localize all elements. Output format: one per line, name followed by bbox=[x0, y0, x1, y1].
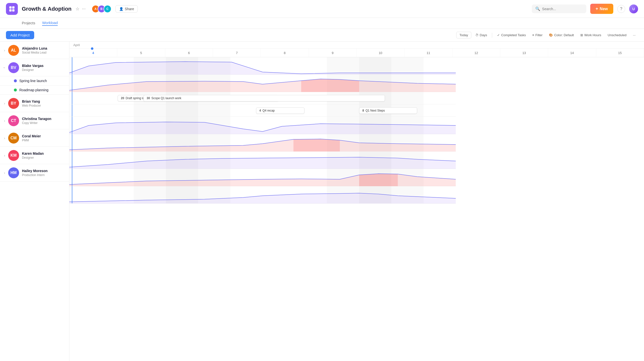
avatar-coral: CM bbox=[8, 133, 19, 144]
new-label: New bbox=[600, 7, 608, 11]
day-num-4: 4 bbox=[92, 51, 94, 55]
toolbar: Add Project Today ⏱ Days ✓ Completed Tas… bbox=[0, 29, 644, 42]
day-cell-15: 15 bbox=[596, 49, 644, 57]
person-name-alejandro: Alejandro Luna bbox=[22, 46, 65, 50]
share-label: Share bbox=[125, 7, 134, 11]
help-button[interactable]: ? bbox=[617, 5, 625, 13]
person-info-blake: Blake Vargas Designer bbox=[22, 64, 65, 72]
date-header: April 4 5 6 7 8 9 10 11 12 13 bbox=[69, 42, 644, 57]
unscheduled-button[interactable]: Unscheduled bbox=[605, 32, 629, 38]
person-role-brian: Web Producer bbox=[22, 104, 65, 107]
chevron-icon-blake: › bbox=[2, 67, 6, 68]
avatar-blake: BV bbox=[8, 62, 19, 73]
task-chip[interactable]: 30 Scope Q1 launch work bbox=[144, 95, 385, 101]
day-cell-6: 6 bbox=[165, 49, 213, 57]
tab-projects[interactable]: Projects bbox=[22, 21, 35, 26]
chevron-icon-hailey: › bbox=[4, 171, 5, 175]
search-input[interactable] bbox=[542, 7, 582, 11]
search-icon: 🔍 bbox=[535, 7, 540, 11]
project-spring-line-launch[interactable]: Spring line launch bbox=[0, 76, 69, 86]
day-cell-9: 9 bbox=[309, 49, 357, 57]
new-button[interactable]: + New bbox=[590, 4, 613, 14]
color-icon: 🎨 bbox=[549, 33, 553, 37]
days-label: Days bbox=[480, 33, 487, 37]
chevron-icon: › bbox=[4, 48, 5, 52]
person-info-alejandro: Alejandro Luna Social Media Lead bbox=[22, 46, 65, 54]
day-num-9: 9 bbox=[332, 51, 334, 55]
person-info-christina: Christina Taragon Copy Writer bbox=[22, 117, 65, 125]
gantt-inner: April 4 5 6 7 8 9 10 11 12 13 bbox=[69, 42, 644, 204]
person-role-hailey: Production Intern bbox=[22, 173, 65, 177]
filter-button[interactable]: ≡ Filter bbox=[530, 32, 545, 38]
gantt-row-6 bbox=[69, 152, 456, 169]
svg-rect-3 bbox=[12, 9, 14, 12]
add-project-button[interactable]: Add Project bbox=[6, 31, 34, 39]
user-avatar[interactable]: U bbox=[629, 5, 638, 14]
toolbar-left: Add Project bbox=[6, 31, 75, 39]
avatar-3: C bbox=[104, 5, 112, 13]
person-alejandro-luna[interactable]: › AL Alejandro Luna Social Media Lead bbox=[0, 42, 69, 59]
person-christina-taragon[interactable]: › CT Christina Taragon Copy Writer bbox=[0, 112, 69, 129]
task-chip[interactable]: 4 Q4 recap bbox=[256, 107, 304, 114]
chevron-icon-christina: › bbox=[4, 119, 5, 123]
completed-tasks-button[interactable]: ✓ Completed Tasks bbox=[495, 32, 528, 38]
nav-tabs: Projects Workload bbox=[0, 18, 644, 29]
person-role-karen: Designer bbox=[22, 156, 65, 159]
person-name-coral: Coral Meier bbox=[22, 134, 65, 138]
search-bar: 🔍 bbox=[532, 5, 586, 13]
day-num-10: 10 bbox=[379, 51, 382, 55]
project-name-roadmap: Roadmap planning bbox=[19, 88, 48, 92]
day-num-5: 5 bbox=[140, 51, 142, 55]
task-chip[interactable]: 8 Q1 Next Steps bbox=[359, 107, 417, 114]
chevron-icon-karen: › bbox=[4, 153, 5, 157]
day-cell-12: 12 bbox=[452, 49, 500, 57]
filter-label: Filter bbox=[536, 33, 543, 37]
gantt-row-4 bbox=[69, 117, 456, 134]
day-num-14: 14 bbox=[570, 51, 574, 55]
person-coral-meier[interactable]: › CM Coral Meier PMM bbox=[0, 129, 69, 147]
person-brian-yang[interactable]: › BY Brian Yang Web Producer bbox=[0, 95, 69, 112]
share-icon: 👤 bbox=[119, 7, 123, 11]
svg-rect-2 bbox=[10, 9, 12, 12]
divider-1 bbox=[492, 33, 492, 38]
person-info-hailey: Hailey Moreson Production Intern bbox=[22, 169, 65, 177]
day-cell-13: 13 bbox=[500, 49, 548, 57]
gantt-row-2: 20 Draft spring launch spec 30 Scope Q1 … bbox=[69, 92, 456, 104]
day-cell-14: 14 bbox=[548, 49, 596, 57]
share-button[interactable]: 👤 Share bbox=[116, 5, 138, 13]
person-name-blake: Blake Vargas bbox=[22, 64, 65, 68]
avatar-hailey: HM bbox=[8, 167, 19, 178]
gantt-area: April 4 5 6 7 8 9 10 11 12 13 bbox=[69, 42, 644, 361]
person-name-hailey: Hailey Moreson bbox=[22, 169, 65, 173]
day-cell-8: 8 bbox=[261, 49, 308, 57]
tab-workload[interactable]: Workload bbox=[42, 21, 58, 26]
day-cell-4: 4 bbox=[69, 49, 117, 57]
day-num-15: 15 bbox=[618, 51, 622, 55]
header-icons: ☆ ··· bbox=[76, 6, 86, 12]
toolbar-right: Today ⏱ Days ✓ Completed Tasks ≡ Filter … bbox=[456, 32, 638, 39]
person-role-coral: PMM bbox=[22, 139, 65, 142]
person-name-christina: Christina Taragon bbox=[22, 117, 65, 121]
day-num-7: 7 bbox=[236, 51, 238, 55]
gantt-row-3: 4 Q4 recap 8 Q1 Next Steps bbox=[69, 104, 456, 117]
toolbar-more-button[interactable]: ··· bbox=[630, 32, 638, 38]
project-roadmap-planning[interactable]: Roadmap planning bbox=[0, 86, 69, 95]
days-row: 4 5 6 7 8 9 10 11 12 13 14 15 bbox=[69, 49, 644, 57]
today-button[interactable]: Today bbox=[456, 32, 471, 39]
plus-icon: + bbox=[596, 6, 598, 12]
avatar-alejandro: AL bbox=[8, 45, 19, 56]
day-cell-5: 5 bbox=[117, 49, 165, 57]
more-icon[interactable]: ··· bbox=[82, 6, 86, 12]
color-button[interactable]: 🎨 Color: Default bbox=[546, 32, 576, 38]
person-blake-vargas[interactable]: › BV Blake Vargas Designer bbox=[0, 59, 69, 76]
days-button[interactable]: ⏱ Days bbox=[473, 32, 490, 38]
svg-rect-0 bbox=[10, 6, 12, 9]
work-hours-label: Work Hours bbox=[584, 33, 601, 37]
person-hailey-moreson[interactable]: › HM Hailey Moreson Production Intern bbox=[0, 164, 69, 181]
person-karen-madan[interactable]: › KM Karen Madan Designer bbox=[0, 147, 69, 164]
chevron-icon-coral: › bbox=[4, 136, 5, 140]
completed-tasks-label: Completed Tasks bbox=[501, 33, 526, 37]
svg-rect-1 bbox=[12, 6, 14, 9]
work-hours-button[interactable]: ⊞ Work Hours bbox=[578, 32, 604, 38]
star-icon[interactable]: ☆ bbox=[76, 6, 80, 12]
